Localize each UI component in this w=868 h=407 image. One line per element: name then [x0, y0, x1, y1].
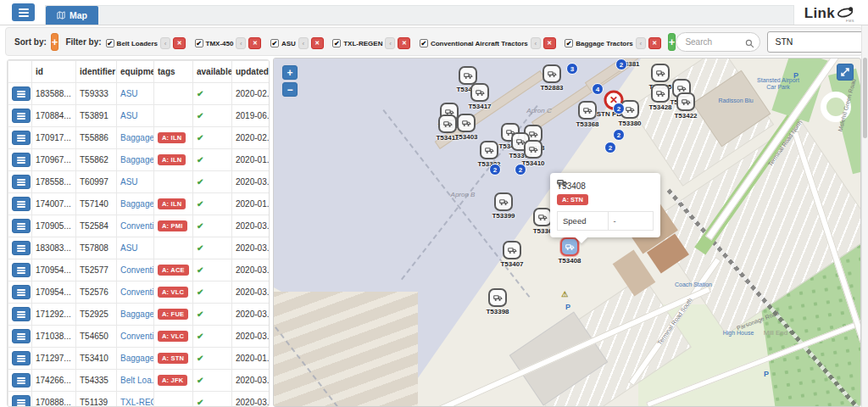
row-menu-button[interactable]	[12, 263, 31, 277]
table-row[interactable]: 170917... T55886 Baggage ... A: ILN ✔ 20…	[8, 127, 270, 149]
row-menu-button[interactable]	[12, 241, 31, 255]
table-row[interactable]: 170905... T52584 Conventi... A: PMI ✔ 20…	[8, 215, 270, 237]
filter-chip[interactable]: ✔ Belt Loaders ‹ ✕	[106, 37, 186, 49]
remove-filter-button[interactable]: ✕	[248, 37, 261, 49]
collapse-filter-button[interactable]: ‹	[531, 37, 541, 49]
row-menu-button[interactable]	[12, 219, 31, 233]
cluster-badge[interactable]: 2	[489, 164, 501, 176]
filter-chip[interactable]: ✔ Baggage Tractors ‹ ✕	[565, 37, 661, 49]
row-menu-button[interactable]	[12, 153, 31, 167]
zoom-in-button[interactable]: +	[282, 65, 298, 80]
equipment-link[interactable]: Conventi...	[117, 282, 154, 304]
row-menu-button[interactable]	[12, 131, 31, 145]
equipment-link[interactable]: Baggage ...	[117, 193, 154, 215]
column-header[interactable]: tags	[154, 61, 193, 83]
cluster-badge[interactable]: 2	[604, 142, 616, 153]
table-row[interactable]: 170954... T52577 Conventi... A: ACE ✔ 20…	[8, 259, 270, 282]
collapse-filter-button[interactable]: ‹	[298, 37, 309, 49]
column-header[interactable]: id	[32, 61, 76, 83]
table-row[interactable]: 174266... T54335 Belt Loa... A: JFK ✔ 20…	[8, 370, 270, 392]
remove-filter-button[interactable]: ✕	[311, 37, 324, 49]
table-row[interactable]: 170884... T53891 ASU ✔ 2019-06...	[8, 105, 270, 127]
cluster-badge[interactable]: 2	[613, 129, 625, 141]
cluster-badge[interactable]: 2	[615, 59, 627, 70]
equipment-link[interactable]: Conventi...	[117, 215, 154, 237]
equipment-link[interactable]: TXL-REG...	[117, 392, 154, 407]
row-menu-button[interactable]	[12, 351, 31, 365]
table-body: 183588... T59333 ASU ✔ 2020-02... 170884…	[8, 83, 270, 407]
cluster-badge[interactable]: 2	[613, 103, 625, 114]
checkbox-checked-icon[interactable]: ✔	[195, 39, 203, 47]
column-header[interactable]: available	[193, 61, 232, 83]
tab-map[interactable]: Map	[46, 6, 98, 25]
filter-chip[interactable]: ✔ Conventional Aircraft Tractors ‹ ✕	[420, 37, 556, 49]
remove-filter-button[interactable]: ✕	[648, 37, 661, 49]
filter-chip[interactable]: ✔ TXL-REGEN ‹ ✕	[332, 37, 410, 49]
equipment-link[interactable]: Baggage ...	[117, 149, 154, 171]
table-row[interactable]: 171292... T52925 Baggage ... A: FUE ✔ 20…	[8, 304, 270, 326]
cluster-badge[interactable]: 3	[566, 63, 578, 75]
cell-id: 170917...	[32, 127, 76, 149]
row-menu-button[interactable]	[12, 175, 31, 189]
scrollbar-thumb[interactable]	[863, 58, 867, 138]
cluster-badge[interactable]: 2	[515, 164, 526, 176]
remove-filter-button[interactable]: ✕	[398, 37, 410, 49]
equipment-link[interactable]: ASU	[117, 237, 154, 259]
equipment-link[interactable]: Conventi...	[117, 326, 154, 348]
equipment-link[interactable]: Belt Loa...	[117, 370, 154, 392]
table-row[interactable]: 170888... T51139 TXL-REG... ✔ 2020-03...	[8, 392, 270, 407]
filter-chip[interactable]: ✔ TMX-450 ‹ ✕	[195, 37, 262, 49]
zoom-out-button[interactable]: −	[282, 82, 298, 97]
equipment-link[interactable]: ASU	[117, 171, 154, 193]
table-row[interactable]: 171038... T54650 Conventi... A: VLC ✔ 20…	[8, 326, 270, 348]
remove-filter-button[interactable]: ✕	[543, 37, 556, 49]
table-row[interactable]: 170954... T52576 Conventi... A: VLC ✔ 20…	[8, 282, 270, 304]
row-menu-button[interactable]	[12, 197, 31, 211]
table-row[interactable]: 171297... T53410 Baggage ... A: STN ✔ 20…	[8, 348, 270, 370]
collapse-filter-button[interactable]: ‹	[160, 37, 170, 49]
equipment-link[interactable]: Conventi...	[117, 259, 154, 282]
row-menu-button[interactable]	[12, 86, 31, 101]
region-combobox[interactable]: STN ▾	[767, 31, 863, 53]
page-scrollbar[interactable]	[861, 25, 868, 407]
column-header[interactable]: updated	[232, 61, 270, 83]
equipment-link[interactable]: Baggage ...	[117, 127, 154, 149]
cluster-badge[interactable]: 4	[592, 83, 604, 95]
row-menu-button[interactable]	[12, 109, 31, 123]
column-header[interactable]: equipment	[117, 61, 154, 83]
equipment-link[interactable]: ASU	[117, 83, 154, 105]
row-menu-button[interactable]	[12, 395, 31, 407]
row-menu-button[interactable]	[12, 307, 31, 321]
collapse-filter-button[interactable]: ‹	[385, 37, 395, 49]
collapse-filter-button[interactable]: ‹	[236, 37, 246, 49]
cell-id: 171297...	[32, 348, 76, 370]
remove-filter-button[interactable]: ✕	[173, 37, 186, 49]
collapse-filter-button[interactable]: ‹	[636, 37, 646, 49]
region-value: STN	[775, 36, 793, 47]
table-row[interactable]: 178558... T60997 ASU ✔ 2020-03...	[8, 171, 270, 193]
fullscreen-button[interactable]	[837, 64, 854, 81]
row-menu-button[interactable]	[12, 373, 31, 387]
table-row[interactable]: 174007... T57140 Baggage ... A: ILN ✔ 20…	[8, 193, 270, 215]
column-header[interactable]	[8, 61, 32, 83]
equipment-link[interactable]: Baggage ...	[117, 304, 154, 326]
checkbox-checked-icon[interactable]: ✔	[106, 39, 114, 47]
add-sort-button[interactable]: +	[51, 33, 59, 51]
column-header[interactable]: identifier	[76, 61, 117, 83]
row-menu-button[interactable]	[12, 285, 31, 299]
hamburger-menu-button[interactable]	[12, 3, 35, 21]
checkbox-checked-icon[interactable]: ✔	[270, 39, 279, 47]
equipment-link[interactable]: ASU	[117, 105, 154, 127]
row-menu-button[interactable]	[12, 329, 31, 343]
checkbox-checked-icon[interactable]: ✔	[565, 39, 573, 47]
tag-badge: A: ILN	[158, 154, 186, 165]
equipment-link[interactable]: Baggage ...	[117, 348, 154, 370]
add-filter-button[interactable]: +	[668, 33, 676, 51]
table-row[interactable]: 183588... T59333 ASU ✔ 2020-02...	[8, 83, 270, 105]
map[interactable]: Apron CApron BStansted Airport Car ParkR…	[273, 58, 861, 407]
table-row[interactable]: 170967... T55862 Baggage ... A: ILN ✔ 20…	[8, 149, 270, 171]
table-row[interactable]: 183083... T57808 ASU ✔ 2020-03...	[8, 237, 270, 259]
checkbox-checked-icon[interactable]: ✔	[420, 39, 428, 47]
filter-chip[interactable]: ✔ ASU ‹ ✕	[270, 37, 324, 49]
checkbox-checked-icon[interactable]: ✔	[332, 39, 341, 47]
